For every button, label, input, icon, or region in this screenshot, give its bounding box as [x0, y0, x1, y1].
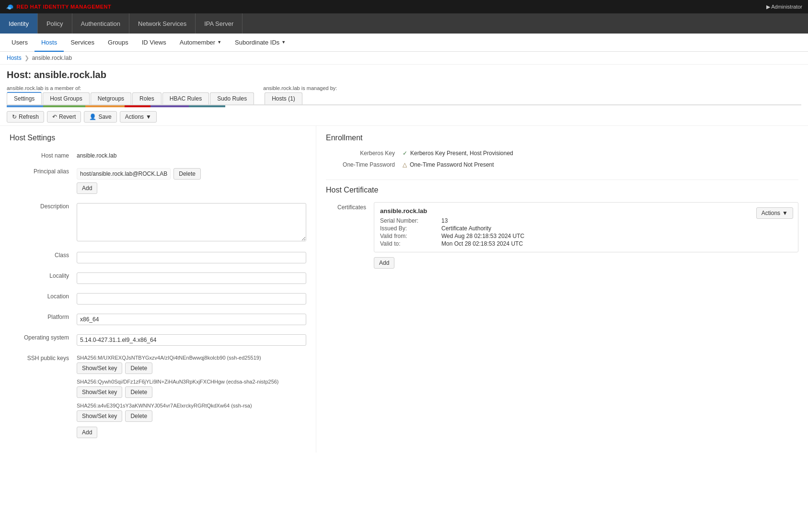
ssh-key-1-buttons: Show/Set key Delete: [77, 362, 306, 374]
ssh-key-1-show-set-button[interactable]: Show/Set key: [77, 362, 122, 374]
otp-row: One-Time Password △ One-Time Password No…: [326, 161, 798, 168]
tab-hbac-rules[interactable]: HBAC Rules: [162, 92, 209, 104]
sub-nav-hosts[interactable]: Hosts: [35, 34, 64, 52]
sub-nav-subordinate-ids[interactable]: Subordinate IDs ▼: [228, 34, 292, 52]
breadcrumb-hosts-link[interactable]: Hosts: [7, 55, 22, 61]
serial-number-value: 13: [441, 217, 792, 224]
page-title-hostname: ansible.rock.lab: [34, 69, 106, 80]
issued-by-label: Issued By:: [380, 225, 438, 232]
kerberos-key-label: Kerberos Key: [326, 150, 403, 157]
ssh-keys-label: SSH public keys: [10, 352, 77, 362]
add-ssh-key-row: Add: [77, 427, 306, 438]
tab-sudo-rules[interactable]: Sudo Rules: [210, 92, 254, 104]
tab-netgroups[interactable]: Netgroups: [91, 92, 131, 104]
tab-settings[interactable]: Settings: [7, 92, 42, 104]
os-label: Operating system: [10, 332, 77, 341]
ssh-key-1: SHA256:M/UXREXQJsNTBYGxzv4A/zIQi4tNEnBww…: [77, 355, 306, 374]
cert-row: Certificates ansible.rock.lab Serial Num…: [326, 202, 798, 269]
delete-alias-button[interactable]: Delete: [173, 168, 201, 180]
locality-field-container: [77, 270, 306, 284]
breadcrumb-separator: ❯: [24, 55, 29, 61]
kerberos-key-row: Kerberos Key ✓ Kerberos Key Present, Hos…: [326, 150, 798, 157]
main-nav: Identity Policy Authentication Network S…: [0, 13, 808, 34]
ssh-key-2-buttons: Show/Set key Delete: [77, 386, 306, 398]
membership-bar: ansible.rock.lab is a member of: ansible…: [0, 82, 808, 108]
otp-warn-icon: △: [403, 161, 407, 168]
valid-to-label: Valid to:: [380, 240, 438, 247]
class-input[interactable]: [77, 252, 306, 263]
os-row: Operating system: [10, 332, 306, 346]
username-text: Administrator: [771, 4, 802, 10]
user-menu[interactable]: ▶ Administrator: [766, 4, 802, 10]
description-field-container: [77, 201, 306, 243]
enrollment-title: Enrollment: [326, 134, 798, 142]
ssh-key-2-delete-button[interactable]: Delete: [125, 386, 152, 398]
sub-nav-services[interactable]: Services: [64, 34, 101, 52]
platform-label: Platform: [10, 311, 77, 320]
alias-text: host/ansible.rock.lab@ROCK.LAB: [77, 168, 171, 180]
add-alias-button[interactable]: Add: [77, 182, 97, 194]
nav-identity[interactable]: Identity: [0, 13, 38, 34]
member-of-label: ansible.rock.lab is a member of:: [7, 85, 81, 91]
ssh-key-1-fingerprint: SHA256:M/UXREXQJsNTBYGxzv4A/zIQi4tNEnBww…: [77, 355, 306, 361]
hostname-row: Host name ansible.rock.lab: [10, 150, 306, 159]
ssh-key-2-fingerprint: SHA256:Qywh0Sqi/DFz1zF6jYLi9lN+ZiHAuN3Rp…: [77, 379, 306, 385]
ssh-key-3: SHA256:a4vE39Q1sY3aKWNNYJ054vr7AElxrckyR…: [77, 403, 306, 422]
actions-button[interactable]: Actions ▼: [120, 111, 157, 123]
kerberos-check-icon: ✓: [403, 150, 407, 157]
class-label: Class: [10, 249, 77, 259]
tab-hosts[interactable]: Hosts (1): [265, 92, 302, 104]
description-label: Description: [10, 201, 77, 210]
brand-logo: 🧢 RED HAT IDENTITY MANAGEMENT: [6, 3, 111, 11]
os-input[interactable]: [77, 334, 306, 346]
nav-authentication[interactable]: Authentication: [72, 13, 129, 34]
cert-card-container: ansible.rock.lab Serial Number: 13 Issue…: [374, 202, 798, 269]
principal-alias-value: host/ansible.rock.lab@ROCK.LAB Delete Ad…: [77, 166, 306, 194]
description-input[interactable]: [77, 203, 306, 241]
host-settings-title: Host Settings: [10, 134, 306, 142]
ssh-key-1-delete-button[interactable]: Delete: [125, 362, 152, 374]
locality-label: Locality: [10, 270, 77, 279]
locality-input[interactable]: [77, 272, 306, 284]
location-input[interactable]: [77, 293, 306, 305]
nav-policy[interactable]: Policy: [38, 13, 72, 34]
issued-by-value: Certificate Authority: [441, 225, 792, 232]
add-ssh-key-button[interactable]: Add: [77, 427, 97, 438]
ssh-key-3-show-set-button[interactable]: Show/Set key: [77, 410, 122, 422]
nav-network-services[interactable]: Network Services: [129, 13, 196, 34]
sub-nav-groups[interactable]: Groups: [101, 34, 135, 52]
save-button[interactable]: 👤 Save: [84, 111, 116, 123]
managed-by-label: ansible.rock.lab is managed by:: [263, 85, 337, 91]
ssh-key-2: SHA256:Qywh0Sqi/DFz1zF6jYLi9lN+ZiHAuN3Rp…: [77, 379, 306, 398]
page-title: Host: ansible.rock.lab: [0, 65, 808, 82]
sub-nav-automember[interactable]: Automember ▼: [173, 34, 228, 52]
brand-text: RED HAT IDENTITY MANAGEMENT: [17, 4, 112, 10]
cert-hostname: ansible.rock.lab: [380, 207, 792, 215]
ssh-key-2-show-set-button[interactable]: Show/Set key: [77, 386, 122, 398]
alias-item: host/ansible.rock.lab@ROCK.LAB Delete: [77, 168, 306, 180]
add-alias-row: Add: [77, 182, 306, 194]
revert-icon: ↶: [52, 113, 57, 120]
actions-chevron-icon: ▼: [146, 113, 151, 120]
tab-roles[interactable]: Roles: [132, 92, 162, 104]
breadcrumb: Hosts ❯ ansible.rock.lab: [0, 52, 808, 65]
description-row: Description: [10, 201, 306, 243]
main-content: Host Settings Host name ansible.rock.lab…: [0, 126, 808, 453]
revert-button[interactable]: ↶ Revert: [47, 111, 81, 123]
cert-details: Serial Number: 13 Issued By: Certificate…: [380, 217, 792, 247]
breadcrumb-current: ansible.rock.lab: [32, 55, 72, 61]
tab-host-groups[interactable]: Host Groups: [43, 92, 89, 104]
sub-nav-users[interactable]: Users: [5, 34, 35, 52]
cert-actions-button[interactable]: Actions ▼: [756, 207, 793, 219]
page-title-prefix: Host:: [7, 69, 31, 80]
subordinate-ids-chevron-icon: ▼: [281, 40, 286, 45]
platform-input[interactable]: [77, 314, 306, 325]
valid-from-label: Valid from:: [380, 233, 438, 239]
nav-ipa-server[interactable]: IPA Server: [196, 13, 242, 34]
ssh-key-3-delete-button[interactable]: Delete: [125, 410, 152, 422]
location-row: Location: [10, 291, 306, 305]
sub-nav-id-views[interactable]: ID Views: [135, 34, 173, 52]
refresh-button[interactable]: ↻ Refresh: [7, 111, 44, 123]
add-cert-button[interactable]: Add: [374, 257, 394, 269]
toolbar: ↻ Refresh ↶ Revert 👤 Save Actions ▼: [0, 108, 808, 126]
